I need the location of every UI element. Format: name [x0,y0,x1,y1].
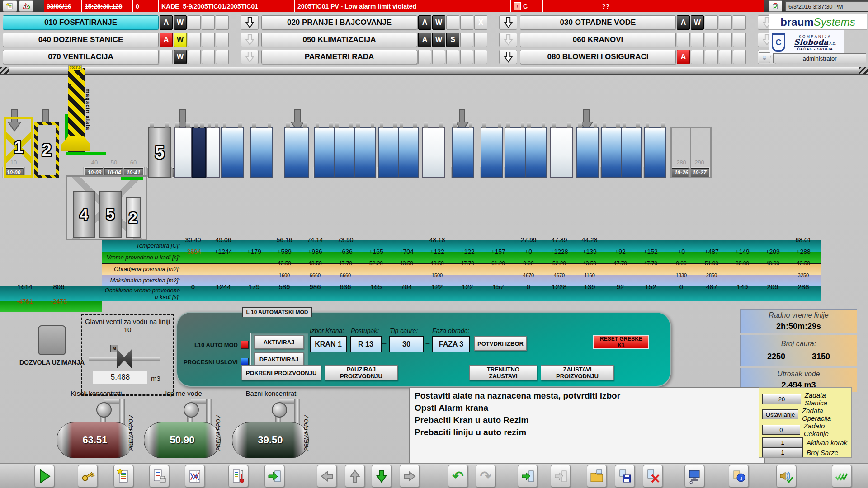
process-tank[interactable]: 5 [148,127,171,178]
goto-section-arrow-icon[interactable] [499,15,517,30]
process-tank[interactable] [174,127,192,178]
storage-cylinder[interactable]: 39.50 [232,422,309,458]
status-value-field[interactable]: 20 [762,394,801,404]
report-print-icon[interactable] [149,465,169,487]
delete-icon[interactable] [643,465,663,487]
undo-icon[interactable]: ↶ [448,465,468,487]
new-list-icon[interactable] [113,465,133,487]
start-icon[interactable] [34,465,54,487]
status-slot [677,33,690,47]
section-button[interactable]: 070 VENTILACIJA [3,50,159,64]
pause-production-button[interactable]: PAUZIRAJ PROIZVODNJU [325,365,398,380]
goto-section-arrow-icon[interactable] [499,50,517,64]
storage-cylinder[interactable]: 63.51 [57,422,133,458]
process-tank[interactable] [250,127,273,178]
nav-down-icon[interactable] [372,465,392,487]
workstation-icon[interactable] [759,52,770,63]
status-value-field[interactable]: 1 [762,437,803,447]
start-production-button[interactable]: POKRENI PROIZVODNJU [241,365,321,380]
alarm-confirm-icon[interactable] [769,0,782,12]
process-tank[interactable] [644,127,666,178]
pump-icon[interactable] [96,402,112,418]
deactivate-button[interactable]: DEAKTIVIRAJ [254,352,304,366]
section-button[interactable]: 060 KRANOVI [520,33,676,47]
open-folder-icon[interactable] [587,465,607,487]
alarm-list-icon[interactable] [3,0,17,12]
process-tank[interactable] [284,127,309,178]
process-tank[interactable] [221,127,244,178]
nav-up-icon[interactable] [345,465,365,487]
status-slot: W [174,33,187,47]
tool-magazine-unit[interactable]: 4 5 2 [66,175,147,240]
section-button[interactable]: PARAMETRI RADA [261,50,417,64]
confirm-selection-button[interactable]: POTVDRI IZBOR [474,336,527,351]
stop-production-button[interactable]: ZAUSTAVI PROIZVODNJU [541,365,614,380]
process-tank[interactable]: 2 [34,122,59,178]
process-tank[interactable] [354,127,376,178]
crane-select-field[interactable]: KRAN 1 [310,336,347,352]
status-slot [705,15,718,30]
process-tank[interactable] [670,127,691,178]
goto-section-arrow-icon[interactable] [499,33,517,47]
status-value-field[interactable]: 1 [762,447,803,457]
screen-exit-icon[interactable] [551,465,571,487]
procedure-field[interactable]: R 13 [350,336,382,352]
process-tank[interactable] [452,127,474,178]
process-tank[interactable] [525,127,547,178]
trend-chart-icon[interactable] [185,465,205,487]
ack-all-icon[interactable] [832,465,852,487]
dozvola-button[interactable] [38,325,66,355]
caure-type-field[interactable]: 30 [389,336,424,352]
process-tank[interactable] [505,127,526,178]
process-tank[interactable] [601,127,622,178]
temperature-list-icon[interactable] [228,465,248,487]
process-tank[interactable] [206,127,220,178]
process-tank[interactable]: 1 [4,117,33,178]
process-tank[interactable] [576,127,599,178]
save-icon[interactable] [615,465,635,487]
halt-now-button[interactable]: TRENUTNO ZAUSTAVI [469,365,537,380]
process-tank[interactable] [422,127,445,178]
process-tank[interactable] [314,127,335,178]
section-button[interactable]: 040 DOZIRNE STANICE [3,33,159,47]
info-icon[interactable]: i [729,465,749,487]
process-tank[interactable] [192,127,206,178]
status-value-field[interactable]: 0 [762,425,800,435]
nav-right-icon[interactable] [400,465,420,487]
process-tank[interactable] [481,127,503,178]
station-column: 50 10-04 [104,159,124,177]
process-tank[interactable] [398,127,419,178]
section-button[interactable]: 010 FOSFATIRANJE [3,15,159,30]
section-button[interactable]: 050 KLIMATIZACIJA [261,33,417,47]
logged-in-user[interactable]: administrator [773,53,866,63]
alarm-line[interactable]: 03/06/16 15:28:30.128 0 KADE_5-9/2005TIC… [44,0,764,12]
key-icon[interactable] [78,465,98,487]
storage-cylinder[interactable]: 50.90 [144,422,221,458]
alarm-sound-ack-icon[interactable] [776,465,796,487]
status-value-field[interactable]: Ostavljanje [762,409,798,419]
process-tank[interactable] [378,127,399,178]
redo-icon[interactable]: ↷ [476,465,495,487]
process-tank[interactable] [334,127,354,178]
goto-section-arrow-icon[interactable] [241,50,259,64]
reset-errors-button[interactable]: RESET GRESKE K1 [593,335,649,349]
pump-icon[interactable] [184,402,199,418]
section-button[interactable]: 080 BLOWERI I OSIGURACI [520,50,676,64]
valve-icon[interactable] [117,349,132,369]
activate-button[interactable]: AKTIVIRAJ [254,335,304,349]
alarm-ack-icon[interactable] [19,0,33,12]
monitor-icon[interactable] [684,465,704,487]
goto-section-arrow-icon[interactable] [241,33,259,47]
pump-icon[interactable] [272,402,287,418]
goto-section-arrow-icon[interactable] [241,15,259,30]
screen-enter-icon[interactable] [518,465,538,487]
process-tank[interactable] [550,127,573,178]
section-button[interactable]: 020 PRANJE I BAJCOVANJE [261,15,417,30]
transfer-icon[interactable] [264,465,284,487]
nav-left-icon[interactable] [317,465,337,487]
process-tank[interactable] [621,127,642,178]
info-box-value: 2250 [767,352,785,361]
process-tank[interactable] [690,127,712,178]
phase-field[interactable]: FAZA 3 [432,336,470,352]
section-button[interactable]: 030 OTPADNE VODE [520,15,676,30]
